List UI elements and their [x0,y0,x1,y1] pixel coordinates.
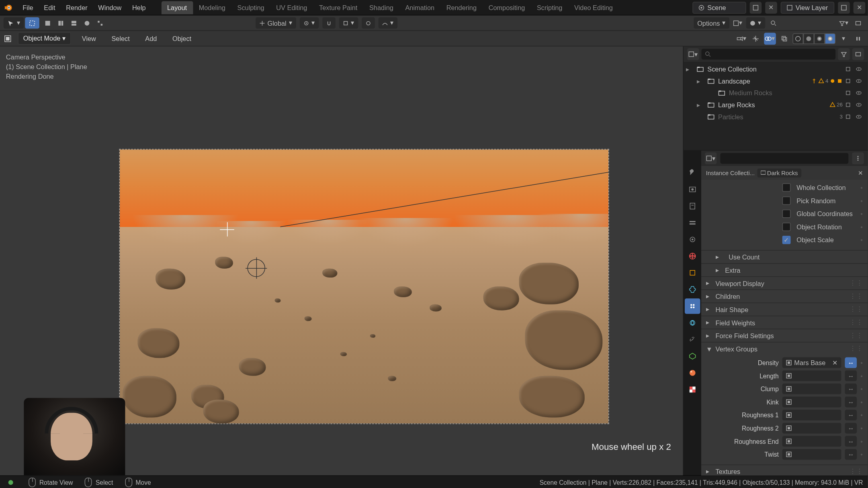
tab-output[interactable] [685,198,700,214]
vg-invert[interactable]: ↔ [845,449,857,460]
menu-window[interactable]: Window [94,2,127,14]
section-field-weights[interactable]: ▸Field Weights⋮⋮ [701,316,868,329]
workspace-tab-rendering[interactable]: Rendering [440,1,483,14]
outliner-add-icon[interactable] [852,48,864,60]
menu-file[interactable]: File [18,2,38,14]
new-scene-icon[interactable] [750,2,762,14]
tab-modifier[interactable] [685,282,700,297]
mode-selector[interactable]: Object Mode ▾ [18,32,71,45]
outliner-tree[interactable]: ▸Scene Collection▸Landscape4Medium Rocks… [684,62,868,150]
section-hair-shape[interactable]: ▸Hair Shape⋮⋮ [701,303,868,316]
section-children[interactable]: ▸Children⋮⋮ [701,290,868,302]
vg-field[interactable] [782,423,841,434]
outliner-search[interactable] [701,49,835,60]
outliner-item-particles[interactable]: Particles3 [684,111,868,123]
tab-render[interactable] [685,182,700,197]
vg-invert[interactable]: ↔ [845,410,857,421]
tab-tool[interactable] [685,165,700,181]
vg-invert[interactable]: ↔ [845,370,857,381]
workspace-tab-sculpting[interactable]: Sculpting [231,1,270,14]
shading-wireframe-icon[interactable] [792,33,803,44]
viewport[interactable]: Camera Perspective (1) Scene Collection … [0,47,683,476]
workspace-tab-modeling[interactable]: Modeling [193,1,231,14]
clear-collection-icon[interactable]: ✕ [858,170,863,176]
vg-field[interactable] [782,370,841,381]
select-mode-5-icon[interactable] [94,17,106,29]
shading-modes[interactable] [792,33,835,44]
restrict-view-icon[interactable] [856,66,866,72]
section-extra[interactable]: ▸Extra [701,264,868,276]
outliner-item-large-rocks[interactable]: ▸Large Rocks26 [684,99,868,111]
outliner-filter-icon[interactable] [838,48,850,60]
outliner-item-scene-collection[interactable]: ▸Scene Collection [684,63,868,75]
vg-density-invert[interactable]: ↔ [845,357,857,368]
workspace-tab-scripting[interactable]: Scripting [531,1,568,14]
vg-field[interactable] [782,449,841,460]
menu-view[interactable]: View [77,33,101,45]
shading-options-icon[interactable]: ▾ [838,33,850,45]
properties-editor-icon[interactable]: ▾ [705,153,717,165]
select-mode-1-icon[interactable] [42,17,54,29]
vg-density-field[interactable]: Mars Base ✕ [782,357,841,368]
shading-solid-icon[interactable] [803,33,814,44]
properties-search[interactable] [721,153,849,164]
filter-icon[interactable]: ▾ [838,17,850,29]
checkbox[interactable] [782,210,791,218]
proportional-toggle[interactable] [362,17,375,29]
pause-render-icon[interactable] [852,33,864,45]
cursor-tool-icon[interactable]: ▾ [4,17,24,29]
checkbox[interactable]: ✓ [782,236,791,244]
menu-help[interactable]: Help [127,2,150,14]
workspace-tab-shading[interactable]: Shading [363,1,399,14]
restrict-select-icon[interactable] [845,102,855,108]
instance-collection-field[interactable]: Dark Rocks [757,169,801,178]
outliner-item-medium-rocks[interactable]: Medium Rocks [684,87,868,99]
tab-texture[interactable] [685,382,700,398]
menu-render[interactable]: Render [61,2,92,14]
pivot-point[interactable]: ▾ [299,17,318,29]
shading-rendered-icon[interactable] [825,33,835,44]
outliner-editor-icon[interactable]: ▾ [687,48,699,60]
select-mode-4-icon[interactable] [81,17,93,29]
search-header-icon[interactable] [768,17,780,29]
vg-invert[interactable]: ↔ [845,384,857,394]
checkbox[interactable] [782,223,791,231]
restrict-view-icon[interactable] [856,102,866,108]
tab-particles[interactable] [685,298,700,314]
options-dropdown[interactable]: Options ▾ [694,17,729,29]
tree-expand-icon[interactable]: ▸ [697,101,704,108]
delete-scene-icon[interactable]: ✕ [765,2,777,14]
view-layer-selector[interactable]: View Layer [781,2,834,14]
snap-toggle[interactable] [322,17,336,29]
tree-expand-icon[interactable]: ▸ [697,77,704,85]
tab-physics[interactable] [685,315,700,331]
workspace-tab-texture-paint[interactable]: Texture Paint [313,1,363,14]
restrict-select-icon[interactable] [845,114,855,120]
restrict-view-icon[interactable] [856,78,866,84]
checkbox[interactable] [782,196,791,205]
section-vertex-groups[interactable]: ▼Vertex Groups⋮⋮ [701,343,868,355]
menu-edit[interactable]: Edit [39,2,60,14]
tab-material[interactable] [685,365,700,381]
workspace-tab-video-editing[interactable]: Video Editing [568,1,618,14]
menu-select[interactable]: Select [107,33,135,45]
overlays-icon[interactable]: ▾ [764,33,776,45]
tab-object[interactable] [685,265,700,281]
section-force-field-settings[interactable]: ▸Force Field Settings⋮⋮ [701,329,868,342]
section-textures[interactable]: ▸Textures⋮⋮ [701,465,868,475]
tab-data[interactable] [685,349,700,364]
new-layer-icon[interactable] [838,2,850,14]
new-collection-icon[interactable] [852,17,864,29]
restrict-view-icon[interactable] [856,114,866,120]
tree-expand-icon[interactable]: ▸ [686,65,693,73]
xray-icon[interactable] [778,33,790,45]
snap-type[interactable]: ▾ [339,17,358,29]
view-camera-icon[interactable]: ▾ [735,33,747,45]
workspace-tab-layout[interactable]: Layout [161,1,193,14]
workspace-tab-uv-editing[interactable]: UV Editing [270,1,313,14]
workspace-tab-animation[interactable]: Animation [399,1,440,14]
menu-object[interactable]: Object [168,33,196,45]
menu-add[interactable]: Add [141,33,162,45]
editor-type-icon[interactable]: ▾ [732,17,744,29]
select-mode-2-icon[interactable] [55,17,67,29]
